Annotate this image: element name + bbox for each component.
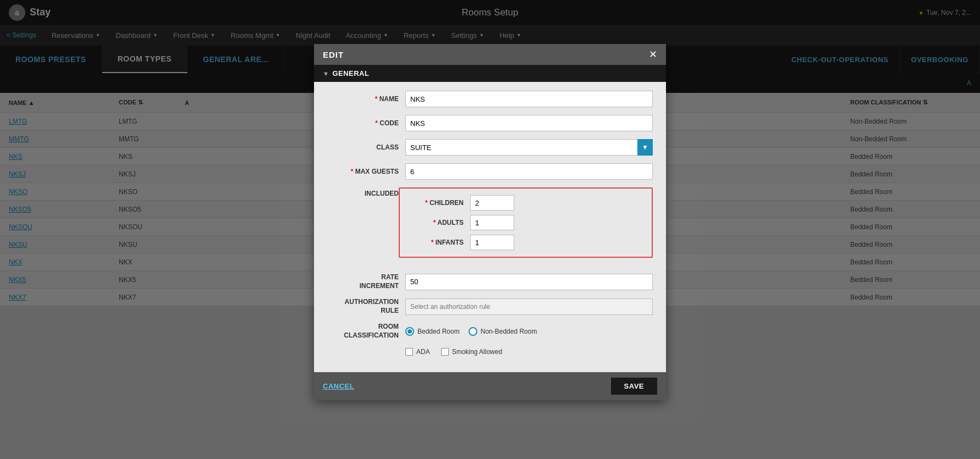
included-row-adults: * ADULTS — [409, 215, 643, 230]
code-input[interactable] — [405, 115, 653, 131]
auth-rule-input[interactable] — [405, 298, 653, 315]
modal-footer: CANCEL SAVE — [314, 372, 666, 400]
checkbox-ada[interactable]: ADA — [405, 348, 430, 356]
infants-input[interactable] — [470, 235, 514, 250]
room-classification-radio-group: Bedded Room Non-Bedded Room — [405, 327, 653, 336]
cancel-button[interactable]: CANCEL — [323, 382, 354, 390]
form-row-room-classification: ROOMCLASSIFICATION Bedded Room Non-Bedde… — [327, 323, 653, 340]
radio-bedded-icon — [405, 327, 414, 336]
form-row-auth-rule: AUTHORIZATIONRULE — [327, 298, 653, 315]
included-row-children: * CHILDREN — [409, 195, 643, 211]
class-label: CLASS — [327, 143, 399, 151]
main-content: A NAME ▲ CODE ⇅ A ROOM CLASSIFICATION ⇅ … — [0, 73, 980, 459]
class-select[interactable]: SUITE STANDARD DELUXE — [405, 139, 653, 156]
class-select-wrap: SUITE STANDARD DELUXE ▼ — [405, 139, 653, 156]
radio-non-bedded-icon — [469, 327, 477, 336]
max-guests-input[interactable] — [405, 163, 653, 180]
adults-input[interactable] — [470, 215, 514, 230]
infants-label: * INFANTS — [409, 239, 464, 246]
included-row-infants: * INFANTS — [409, 235, 643, 250]
modal-close-button[interactable]: ✕ — [649, 49, 657, 59]
form-area: * NAME * CODE — [314, 82, 666, 372]
children-label: * CHILDREN — [409, 199, 464, 207]
form-row-rate-increment: RATEINCREMENT — [327, 273, 653, 290]
included-label: INCLUDED — [327, 187, 399, 197]
form-row-checkboxes: ADA Smoking Allowed — [327, 348, 653, 356]
included-box: * CHILDREN * ADULTS — [399, 187, 653, 258]
room-classification-label: ROOMCLASSIFICATION — [327, 323, 399, 340]
included-wrapper: INCLUDED * CHILDREN — [327, 187, 653, 266]
section-title: GENERAL — [332, 69, 369, 78]
checkbox-smoking-box — [441, 348, 449, 356]
save-button[interactable]: SAVE — [611, 378, 657, 395]
radio-bedded-room[interactable]: Bedded Room — [405, 327, 460, 336]
modal-body: ▼ GENERAL * NAME — [314, 65, 666, 372]
name-input[interactable] — [405, 91, 653, 107]
form-row-name: * NAME — [327, 91, 653, 107]
edit-modal: EDIT ✕ ▼ GENERAL * NAME — [314, 44, 666, 400]
modal-title: EDIT — [323, 50, 344, 59]
checkbox-smoking-label: Smoking Allowed — [452, 348, 502, 356]
name-label: * NAME — [327, 95, 399, 103]
form-row-class: CLASS SUITE STANDARD DELUXE ▼ — [327, 139, 653, 156]
modal-overlay: EDIT ✕ ▼ GENERAL * NAME — [0, 0, 980, 459]
modal-header: EDIT ✕ — [314, 44, 666, 65]
auth-rule-label: AUTHORIZATIONRULE — [327, 298, 399, 315]
checkbox-smoking[interactable]: Smoking Allowed — [441, 348, 502, 356]
checkbox-group: ADA Smoking Allowed — [405, 348, 653, 356]
children-input[interactable] — [470, 195, 514, 211]
checkbox-ada-box — [405, 348, 413, 356]
code-label: * CODE — [327, 119, 399, 127]
max-guests-label: * MAX GUESTS — [327, 168, 399, 175]
form-row-code: * CODE — [327, 115, 653, 131]
adults-label: * ADULTS — [409, 219, 464, 226]
radio-bedded-label: Bedded Room — [417, 328, 460, 335]
radio-non-bedded-room[interactable]: Non-Bedded Room — [469, 327, 537, 336]
rate-increment-input[interactable] — [405, 274, 653, 290]
checkbox-ada-label: ADA — [416, 348, 430, 356]
section-header-general: ▼ GENERAL — [314, 65, 666, 82]
form-row-max-guests: * MAX GUESTS — [327, 163, 653, 180]
included-fields: * CHILDREN * ADULTS — [409, 195, 643, 250]
section-collapse-icon: ▼ — [323, 70, 329, 77]
radio-non-bedded-label: Non-Bedded Room — [481, 328, 537, 335]
rate-increment-label: RATEINCREMENT — [327, 273, 399, 290]
